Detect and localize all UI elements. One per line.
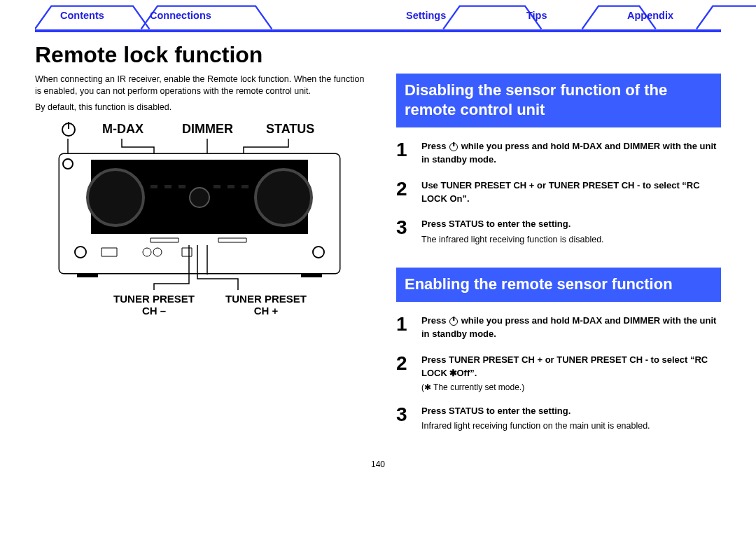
nav-appendix[interactable]: Appendix [627, 7, 673, 24]
label-tuner-minus-l2: CH – [142, 305, 166, 317]
step-text: Press STATUS to enter the setting. [421, 219, 570, 229]
section1-title: Disabling the sensor function of the rem… [396, 74, 721, 127]
step-text: Press STATUS to enter the setting. [421, 406, 570, 416]
section2-step2: 2 Press TUNER PRESET CH + or TUNER PRESE… [396, 354, 721, 392]
svg-rect-3 [77, 273, 98, 277]
section2-title: Enabling the remote sensor function [396, 268, 721, 303]
step-note: (✱ The currently set mode.) [421, 382, 721, 392]
svg-point-8 [255, 169, 312, 226]
step-number: 3 [396, 218, 412, 237]
intro-text: When connecting an IR receiver, enable t… [35, 74, 371, 113]
svg-rect-10 [150, 185, 158, 188]
step-number: 1 [396, 314, 412, 334]
intro-p1: When connecting an IR receiver, enable t… [35, 74, 371, 97]
power-icon [449, 143, 458, 151]
nav-connections[interactable]: Connections [150, 7, 211, 24]
section1-steps: 1 Press while you press and hold M-DAX a… [396, 140, 721, 247]
step-text: Use TUNER PRESET CH + or TUNER PRESET CH… [421, 180, 700, 204]
svg-rect-18 [218, 238, 246, 242]
label-tuner-plus-l1: TUNER PRESET [225, 293, 307, 305]
svg-rect-17 [150, 238, 178, 242]
step-sub: Infrared light receiving function on the… [421, 420, 721, 433]
label-tuner-minus-l1: TUNER PRESET [113, 293, 195, 305]
section2-step1: 1 Press while you press and hold M-DAX a… [396, 314, 721, 341]
step-number: 2 [396, 354, 412, 373]
section1-step2: 2 Use TUNER PRESET CH + or TUNER PRESET … [396, 179, 721, 206]
nav-tips[interactable]: Tips [526, 7, 547, 24]
step-sub: The infrared light receiving function is… [421, 234, 721, 247]
section2-steps: 1 Press while you press and hold M-DAX a… [396, 314, 721, 433]
nav-contents[interactable]: Contents [60, 7, 104, 24]
asterisk-icon: ✱ [449, 368, 456, 378]
page-number: 140 [35, 459, 721, 469]
page-title: Remote lock function [35, 42, 721, 68]
label-tuner-plus-l2: CH + [254, 305, 279, 317]
step-number: 3 [396, 405, 412, 424]
power-icon [449, 317, 458, 326]
svg-rect-11 [164, 185, 172, 188]
device-diagram: M-DAX DIMMER STATUS [35, 119, 364, 329]
step-number: 2 [396, 179, 412, 199]
step-text: Press while you press and hold M-DAX and… [421, 141, 716, 165]
section1-step3: 3 Press STATUS to enter the setting. The… [396, 218, 721, 246]
section2-step3: 3 Press STATUS to enter the setting. Inf… [396, 405, 721, 433]
label-tuner-minus: TUNER PRESET CH – [102, 293, 206, 317]
label-tuner-plus: TUNER PRESET CH + [214, 293, 318, 317]
svg-rect-4 [301, 273, 322, 277]
svg-rect-13 [214, 185, 220, 188]
step-text: Press while you press and hold M-DAX and… [421, 315, 716, 339]
intro-p2: By default, this function is disabled. [35, 102, 371, 113]
top-nav: Contents Connections Settings Tips Appen… [35, 3, 721, 32]
section1-step1: 1 Press while you press and hold M-DAX a… [396, 140, 721, 167]
svg-point-7 [88, 169, 144, 226]
svg-rect-14 [227, 185, 234, 188]
step-text: Press TUNER PRESET CH + or TUNER PRESET … [421, 354, 708, 378]
svg-rect-12 [178, 185, 186, 188]
nav-settings[interactable]: Settings [406, 7, 446, 24]
svg-rect-15 [241, 185, 248, 188]
svg-point-9 [190, 188, 209, 207]
step-number: 1 [396, 140, 412, 160]
